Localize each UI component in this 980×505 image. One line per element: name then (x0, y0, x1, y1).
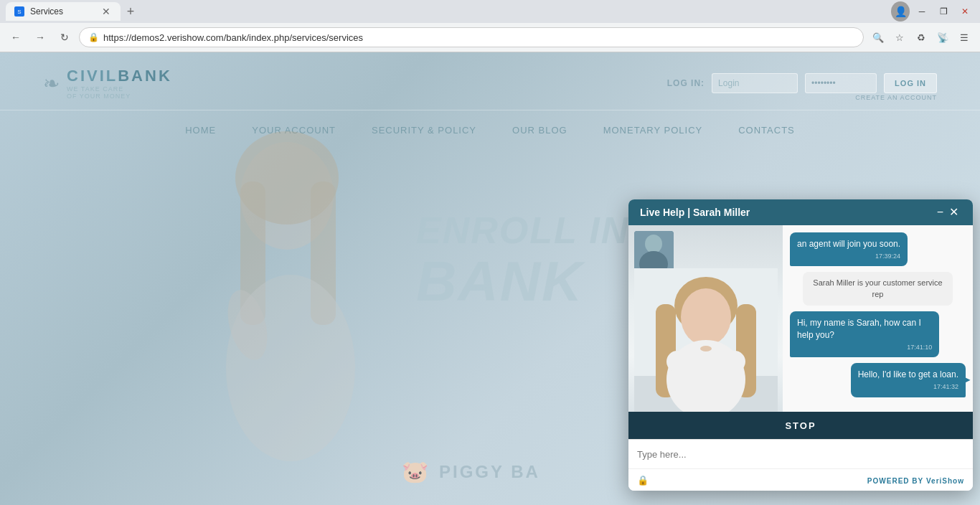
chat-input[interactable] (628, 440, 973, 468)
svg-point-18 (700, 346, 712, 351)
create-account-link[interactable]: CREATE AN ACCOUNT (855, 94, 937, 101)
profile-button[interactable]: 👤 (891, 4, 910, 19)
menu-button[interactable]: ☰ (954, 27, 974, 47)
chat-body: 🎤 (628, 225, 973, 412)
close-button[interactable]: ✕ (956, 4, 974, 19)
logo-name: CIVILBANK (67, 67, 172, 85)
chat-message-4: Hello, I'd like to get a loan. 17:41:32 … (851, 363, 966, 397)
security-lock-icon: 🔒 (637, 475, 649, 486)
chat-message-3: Hi, my name is Sarah, how can I help you… (790, 311, 939, 357)
reload-button[interactable]: ↻ (55, 27, 75, 47)
chat-message-2: Sarah Miller is your customer service re… (803, 272, 952, 306)
chat-minimize-button[interactable]: − (934, 207, 946, 218)
search-button[interactable]: 🔍 (868, 27, 888, 47)
nav-item-monetary-policy[interactable]: MONETARY POLICY (603, 125, 703, 136)
tab-title: Services (30, 6, 63, 16)
bank-logo: ❧ CIVILBANK WE TAKE CARE OF YOUR MONEY (43, 67, 172, 100)
person-video-feed (634, 268, 778, 412)
video-background: 🎤 (628, 225, 783, 412)
piggy-icon: 🐷 (402, 459, 430, 484)
password-input[interactable]: •••••••• (805, 73, 877, 93)
svg-rect-17 (666, 351, 745, 372)
powered-by: POWERED BY VeriShow (867, 473, 964, 486)
browser-tab[interactable]: S Services ✕ (6, 2, 121, 21)
nav-item-contacts[interactable]: CONTACTS (738, 125, 795, 136)
forward-button[interactable]: → (30, 27, 50, 47)
restore-button[interactable]: ❐ (934, 4, 953, 19)
url-text: https://demos2.verishow.com/bank/index.p… (103, 32, 363, 43)
tab-favicon: S (14, 6, 24, 16)
chat-header: Live Help | Sarah Miller − ✕ (628, 199, 973, 225)
login-input[interactable] (712, 73, 798, 93)
page-content: ❧ CIVILBANK WE TAKE CARE OF YOUR MONEY L… (0, 52, 980, 505)
profile-icon: 👤 (891, 1, 910, 22)
browser-chrome: S Services ✕ + 👤 ─ ❐ ✕ ← → ↻ 🔒 https://d… (0, 0, 980, 52)
minimize-button[interactable]: ─ (913, 4, 931, 19)
tab-close-button[interactable]: ✕ (100, 6, 112, 17)
browser-actions: 🔍 ☆ ♻ 📡 ☰ (868, 27, 974, 47)
svg-point-14 (681, 288, 731, 346)
cast-button[interactable]: 📡 (933, 27, 953, 47)
new-tab-button[interactable]: + (121, 2, 141, 21)
chat-footer: 🔒 POWERED BY VeriShow (628, 468, 973, 491)
background-person (143, 124, 466, 483)
login-button[interactable]: LOG IN (884, 73, 937, 93)
chat-messages: an agent will join you soon. 17:39:24 Sa… (783, 225, 973, 412)
back-button[interactable]: ← (6, 27, 26, 47)
title-bar: S Services ✕ + 👤 ─ ❐ ✕ (0, 0, 980, 23)
url-box[interactable]: 🔒 https://demos2.verishow.com/bank/index… (79, 27, 864, 47)
header-login: LOG IN: •••••••• LOG IN (667, 73, 937, 93)
ssl-lock-icon: 🔒 (88, 32, 99, 42)
piggy-bank-text: 🐷 PIGGY BA (402, 459, 540, 484)
logo-tagline-1: WE TAKE CARE OF YOUR MONEY (67, 85, 172, 100)
star-button[interactable]: ☆ (890, 27, 910, 47)
recycle-button[interactable]: ♻ (911, 27, 931, 47)
address-bar: ← → ↻ 🔒 https://demos2.verishow.com/bank… (0, 23, 980, 52)
main-person-video (628, 225, 783, 412)
bank-header: ❧ CIVILBANK WE TAKE CARE OF YOUR MONEY L… (0, 52, 980, 114)
video-panel: 🎤 (628, 225, 783, 412)
chat-input-area (628, 439, 973, 468)
chat-widget: Live Help | Sarah Miller − ✕ (628, 199, 973, 491)
logo-wing-icon: ❧ (43, 72, 60, 95)
powered-by-text: POWERED BY VeriShow (867, 477, 964, 485)
chat-title: Live Help | Sarah Miller (640, 207, 934, 218)
window-controls: 👤 ─ ❐ ✕ (891, 4, 974, 19)
chat-close-button[interactable]: ✕ (946, 207, 961, 218)
stop-button[interactable]: STOP (628, 412, 973, 439)
logo-text: CIVILBANK WE TAKE CARE OF YOUR MONEY (67, 67, 172, 100)
chat-message-1: an agent will join you soon. 17:39:24 (790, 232, 908, 266)
login-label: LOG IN: (667, 78, 705, 88)
nav-item-our-blog[interactable]: OUR BLOG (512, 125, 567, 136)
